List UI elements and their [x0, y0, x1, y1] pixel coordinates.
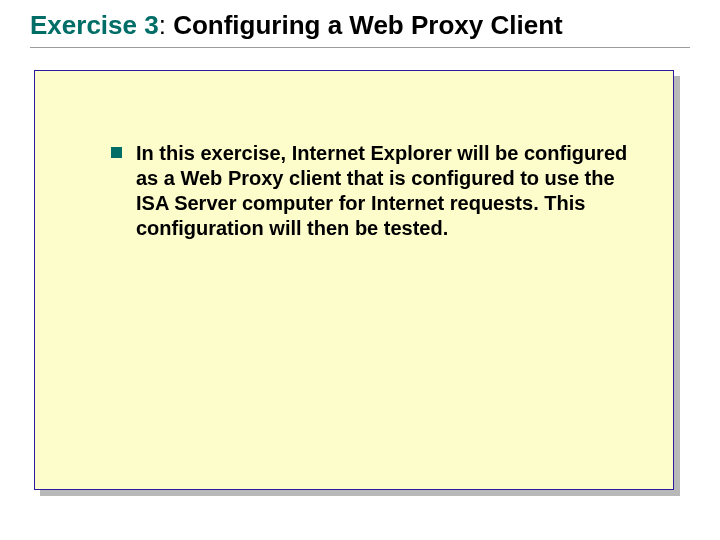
title-rest: Configuring a Web Proxy Client — [173, 10, 563, 40]
bullet-list: In this exercise, Internet Explorer will… — [111, 141, 641, 241]
title-exercise-label: Exercise 3 — [30, 10, 159, 40]
title-separator: : — [159, 10, 173, 40]
slide-title: Exercise 3: Configuring a Web Proxy Clie… — [30, 10, 690, 41]
bullet-text: In this exercise, Internet Explorer will… — [136, 141, 641, 241]
title-area: Exercise 3: Configuring a Web Proxy Clie… — [30, 10, 690, 48]
square-bullet-icon — [111, 147, 122, 158]
slide: Exercise 3: Configuring a Web Proxy Clie… — [0, 0, 720, 540]
content-panel: In this exercise, Internet Explorer will… — [34, 70, 674, 490]
list-item: In this exercise, Internet Explorer will… — [111, 141, 641, 241]
title-divider — [30, 47, 690, 48]
